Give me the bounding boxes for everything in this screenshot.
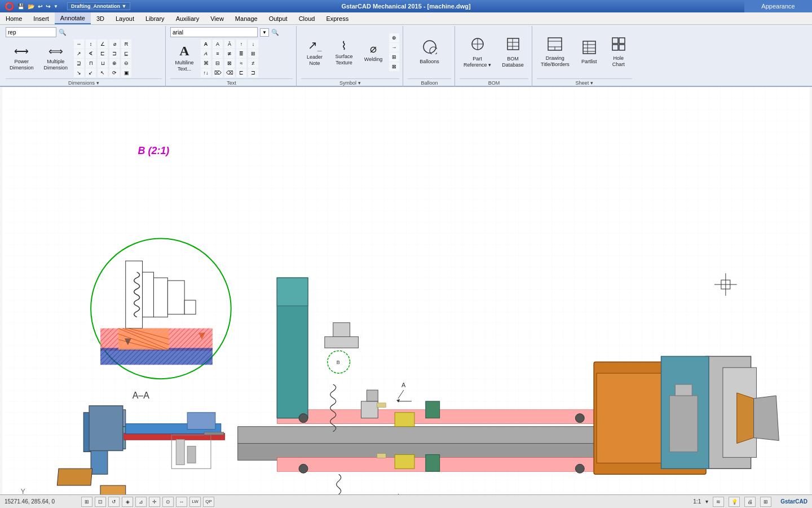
menu-home[interactable]: Home <box>0 12 28 24</box>
main-drawing-area[interactable]: B (2:1) A–A <box>0 87 812 494</box>
text-btn-1[interactable]: A <box>201 40 211 49</box>
dim-btn-20[interactable]: ▣ <box>121 68 131 77</box>
sym-btn-3[interactable]: ⊞ <box>389 52 399 62</box>
text-btn-17[interactable]: ⌦ <box>213 68 223 77</box>
font-dropdown-arrow[interactable]: ▼ <box>260 28 269 37</box>
sym-btn-1[interactable]: ⊕ <box>389 33 399 42</box>
quick-dropdown[interactable]: ▼ <box>54 4 58 9</box>
menu-annotate[interactable]: Annotate <box>55 12 91 24</box>
dim-btn-17[interactable]: ↙ <box>86 68 96 77</box>
part-reference-button[interactable]: PartReference ▾ <box>460 31 495 73</box>
partlist-button[interactable]: Partlist <box>576 31 603 73</box>
text-btn-7[interactable]: ≡ <box>213 49 223 58</box>
dim-btn-3[interactable]: ∠ <box>98 40 108 49</box>
quick-redo[interactable]: ↪ <box>46 3 50 10</box>
status-osnap-btn[interactable]: ⊿ <box>135 497 147 507</box>
text-btn-10[interactable]: ⊞ <box>248 49 258 58</box>
dim-btn-18[interactable]: ↖ <box>98 68 108 77</box>
quick-undo[interactable]: ↩ <box>38 3 42 10</box>
dim-btn-10[interactable]: ⊑ <box>121 49 131 58</box>
drawing-title-button[interactable]: DrawingTitle/Borders <box>537 31 573 73</box>
dim-btn-6[interactable]: ↗ <box>74 49 84 58</box>
dim-btn-9[interactable]: ⊐ <box>109 49 120 58</box>
status-extra-1[interactable]: ≋ <box>713 497 724 507</box>
status-tiles-btn[interactable]: ⊞ <box>760 497 771 507</box>
menu-manage[interactable]: Manage <box>230 12 263 24</box>
text-btn-2[interactable]: A <box>213 40 223 49</box>
multiline-text-button[interactable]: A MultilineText... <box>170 40 198 76</box>
dim-btn-1[interactable]: ↔ <box>74 40 84 49</box>
dim-btn-2[interactable]: ↕ <box>86 40 96 49</box>
status-print-btn[interactable]: 🖨 <box>744 497 756 507</box>
text-btn-16[interactable]: ↑↓ <box>201 68 211 77</box>
text-btn-9[interactable]: ≣ <box>236 49 246 58</box>
power-dimension-button[interactable]: ⟷ PowerDimension <box>6 40 38 76</box>
text-btn-20[interactable]: ⊐ <box>248 68 258 77</box>
text-btn-19[interactable]: ⊏ <box>236 68 246 77</box>
status-ortho-btn[interactable]: ↺ <box>108 497 120 507</box>
sheet-group-label[interactable]: Sheet ▾ <box>537 78 632 86</box>
status-dyn-btn[interactable]: ↔ <box>176 497 187 507</box>
bom-database-button[interactable]: BOMDatabase <box>497 31 528 73</box>
surface-texture-button[interactable]: ⌇ SurfaceTexture <box>330 31 358 73</box>
text-btn-14[interactable]: ≈ <box>236 59 246 68</box>
welding-button[interactable]: ⌀ Welding <box>360 31 387 73</box>
text-btn-5[interactable]: ↓ <box>248 40 258 49</box>
status-arrow[interactable]: ▾ <box>705 498 708 505</box>
dim-btn-5[interactable]: R <box>121 40 131 49</box>
multiple-dimension-button[interactable]: ⟺ MultipleDimension <box>40 40 72 76</box>
dim-btn-14[interactable]: ⊕ <box>109 59 120 68</box>
appearance-panel[interactable]: Appearance <box>744 0 812 12</box>
dim-btn-16[interactable]: ↘ <box>74 68 84 77</box>
text-font-input[interactable] <box>170 27 258 37</box>
text-btn-8[interactable]: ≢ <box>224 49 235 58</box>
dim-btn-19[interactable]: ⟳ <box>109 68 120 77</box>
quick-save[interactable]: 💾 <box>17 3 24 10</box>
status-lw-btn[interactable]: LW <box>189 497 201 507</box>
dimensions-group-label[interactable]: Dimensions ▾ <box>6 78 162 86</box>
text-search-icon[interactable]: 🔍 <box>271 29 279 36</box>
menu-view[interactable]: View <box>205 12 230 24</box>
status-polar-btn[interactable]: ◈ <box>122 497 133 507</box>
menu-3d[interactable]: 3D <box>91 12 110 24</box>
menu-output[interactable]: Output <box>263 12 293 24</box>
text-btn-15[interactable]: ≠ <box>248 59 258 68</box>
status-light-btn[interactable]: 💡 <box>729 497 740 507</box>
quick-open[interactable]: 📂 <box>28 3 34 10</box>
dim-btn-8[interactable]: ⊏ <box>98 49 108 58</box>
dim-btn-12[interactable]: ⊓ <box>86 59 96 68</box>
text-btn-4[interactable]: ↑ <box>236 40 246 49</box>
font-search-input[interactable] <box>6 27 56 37</box>
text-btn-12[interactable]: ⊟ <box>213 59 223 68</box>
status-grid-btn[interactable]: ⊞ <box>81 497 92 507</box>
menu-cloud[interactable]: Cloud <box>293 12 321 24</box>
sym-btn-4[interactable]: ⊠ <box>389 62 399 71</box>
leader-note-button[interactable]: ↗― LeaderNote <box>301 31 328 73</box>
text-group-label[interactable]: Text <box>170 78 293 86</box>
text-btn-11[interactable]: ⌘ <box>201 59 211 68</box>
dim-btn-4[interactable]: ⌀ <box>109 40 120 49</box>
dim-btn-7[interactable]: ∢ <box>86 49 96 58</box>
text-btn-3[interactable]: Ā <box>224 40 235 49</box>
hole-chart-button[interactable]: HoleChart <box>605 31 632 73</box>
menu-express[interactable]: Express <box>320 12 354 24</box>
text-btn-18[interactable]: ⌫ <box>224 68 235 77</box>
symbol-group-label[interactable]: Symbol ▾ <box>301 78 399 86</box>
dim-btn-11[interactable]: ⊒ <box>74 59 84 68</box>
menu-auxiliary[interactable]: Auxiliary <box>170 12 205 24</box>
menu-insert[interactable]: Insert <box>28 12 55 24</box>
balloons-button[interactable]: Balloons <box>414 31 445 73</box>
bom-group-label[interactable]: BOM <box>460 78 528 86</box>
sym-btn-2[interactable]: → <box>389 43 399 52</box>
status-snap-btn[interactable]: ⊡ <box>95 497 106 507</box>
menu-layout[interactable]: Layout <box>110 12 140 24</box>
dim-btn-15[interactable]: ⊖ <box>121 59 131 68</box>
menu-library[interactable]: Library <box>140 12 170 24</box>
dropdown-selector[interactable]: Drafting_Annotation ▼ <box>67 2 130 10</box>
balloon-group-label[interactable]: Balloon <box>408 78 451 86</box>
status-ducs-btn[interactable]: ⊙ <box>162 497 174 507</box>
status-otrack-btn[interactable]: ✛ <box>149 497 160 507</box>
dim-btn-13[interactable]: ⊔ <box>98 59 108 68</box>
text-btn-6[interactable]: A <box>201 49 211 58</box>
text-btn-13[interactable]: ⊠ <box>224 59 235 68</box>
